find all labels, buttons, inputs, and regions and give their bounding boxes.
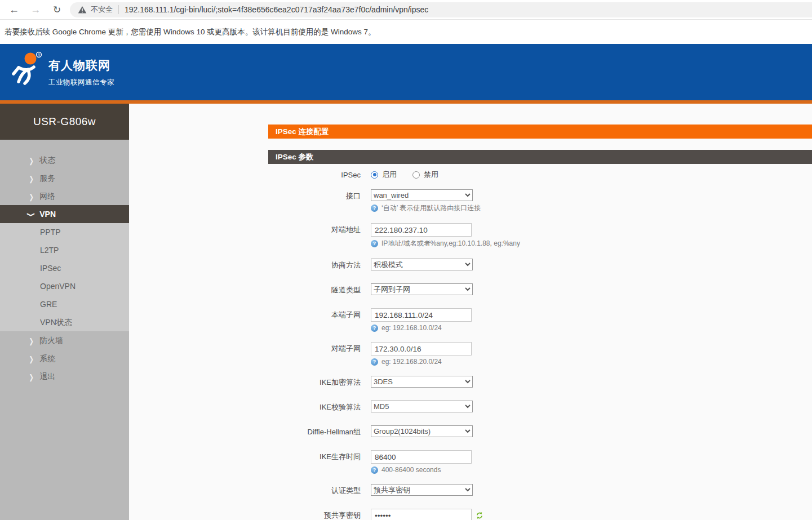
browser-notification-bar: 若要接收后续 Google Chrome 更新，您需使用 Windows 10 … — [0, 20, 812, 44]
sidebar-item-system[interactable]: ❯系统 — [0, 349, 129, 367]
sidebar-item-ipsec[interactable]: IPSec — [0, 259, 129, 277]
ipsec-enable-radio-group: 启用 禁用 — [371, 168, 454, 181]
hint-text: ‘自动’ 表示使用默认路由接口连接 — [381, 203, 481, 213]
url-text[interactable]: 192.168.111.1/cgi-bin/luci/;stok=4f38e65… — [125, 5, 428, 14]
field-label-tunnel-type: 隧道类型 — [129, 283, 361, 296]
forward-icon[interactable]: → — [29, 4, 42, 16]
sidebar-item-status[interactable]: ❯状态 — [0, 151, 129, 169]
back-icon[interactable]: ← — [8, 4, 20, 16]
sidebar-item-label: 退出 — [39, 372, 55, 381]
sidebar-item-label: 系统 — [39, 354, 55, 363]
svg-text:R: R — [38, 53, 41, 57]
security-label[interactable]: 不安全 — [91, 5, 113, 15]
refresh-icon[interactable] — [476, 512, 483, 519]
local-subnet-hint: ? eg: 192.168.10.0/24 — [371, 324, 472, 332]
negotiation-select[interactable]: 积极模式 — [371, 259, 473, 270]
help-icon: ? — [371, 325, 378, 332]
sidebar-nav: ❯状态 ❯服务 ❯网络 ❯VPN PPTP L2TP IPSec OpenVPN… — [0, 140, 129, 385]
field-label-ike-lifetime: IKE生存时间 — [129, 450, 361, 463]
sidebar-item-logout[interactable]: ❯退出 — [0, 367, 129, 385]
sidebar-item-label: 服务 — [39, 174, 55, 183]
device-name: USR-G806w — [0, 104, 129, 140]
peer-subnet-input[interactable] — [371, 342, 472, 355]
sidebar-item-vpn[interactable]: ❯VPN — [0, 205, 129, 223]
disable-radio-label[interactable]: 禁用 — [424, 170, 438, 180]
help-icon: ? — [371, 240, 378, 247]
field-label-peer-address: 对端地址 — [129, 223, 361, 236]
sidebar-item-label: 状态 — [39, 155, 55, 165]
brand-slogan: 工业物联网通信专家 — [48, 78, 812, 87]
address-separator — [118, 5, 119, 14]
field-label-ike-hash: IKE校验算法 — [129, 401, 361, 414]
sidebar-item-vpn-status[interactable]: VPN状态 — [0, 313, 129, 331]
browser-toolbar: ← → ↻ 不安全 192.168.111.1/cgi-bin/luci/;st… — [0, 0, 812, 20]
hint-text: eg: 192.168.10.0/24 — [381, 324, 442, 332]
preshared-key-input[interactable] — [371, 509, 472, 520]
field-label-ipsec: IPSec — [129, 168, 361, 181]
field-label-ike-encryption: IKE加密算法 — [129, 376, 361, 389]
auth-type-select[interactable]: 预共享密钥 — [371, 484, 473, 496]
site-header: R 有人物联网 工业物联网通信专家 — [0, 44, 812, 100]
sidebar-item-pptp[interactable]: PPTP — [0, 223, 129, 241]
enable-radio[interactable] — [371, 171, 378, 179]
local-subnet-input[interactable] — [371, 308, 472, 322]
sidebar-item-l2tp[interactable]: L2TP — [0, 241, 129, 259]
sidebar-item-gre[interactable]: GRE — [0, 295, 129, 313]
chevron-right-icon: ❯ — [29, 186, 33, 207]
help-icon: ? — [371, 358, 378, 366]
brand-block: 有人物联网 工业物联网通信专家 — [48, 44, 812, 87]
peer-address-hint: ? IP地址/域名或者%any,eg:10.10.1.88, eg:%any — [371, 239, 520, 248]
field-label-negotiation: 协商方法 — [129, 259, 361, 272]
dh-group-select[interactable]: Group2(1024bits) — [371, 425, 473, 437]
enable-radio-label[interactable]: 启用 — [382, 170, 397, 180]
chevron-right-icon: ❯ — [29, 366, 33, 388]
sidebar-item-openvpn[interactable]: OpenVPN — [0, 277, 129, 295]
peer-subnet-hint: ? eg: 192.168.20.0/24 — [371, 358, 472, 366]
reload-icon[interactable]: ↻ — [51, 4, 63, 16]
warning-triangle-icon[interactable] — [78, 6, 87, 14]
main-content: IPSec 连接配置 IPSec 参数 IPSec 启用 禁用 — [129, 104, 812, 520]
sidebar: USR-G806w ❯状态 ❯服务 ❯网络 ❯VPN PPTP L2TP IPS… — [0, 104, 129, 520]
field-label-local-subnet: 本端子网 — [129, 308, 361, 321]
ike-lifetime-input[interactable] — [371, 450, 472, 464]
field-label-peer-subnet: 对端子网 — [129, 342, 361, 355]
ike-hash-select[interactable]: MD5 — [371, 401, 473, 412]
sidebar-item-services[interactable]: ❯服务 — [0, 169, 129, 187]
sidebar-item-firewall[interactable]: ❯防火墙 — [0, 331, 129, 349]
field-label-auth-type: 认证类型 — [129, 484, 361, 497]
screen: ← → ↻ 不安全 192.168.111.1/cgi-bin/luci/;st… — [0, 0, 812, 520]
ike-encryption-select[interactable]: 3DES — [371, 376, 473, 388]
field-label-preshared-key: 预共享密钥 — [129, 509, 361, 520]
sidebar-item-network[interactable]: ❯网络 — [0, 187, 129, 205]
field-label-dh-group: Diffie-Hellman组 — [129, 425, 361, 438]
hint-text: eg: 192.168.20.0/24 — [381, 358, 442, 366]
address-bar[interactable]: 不安全 192.168.111.1/cgi-bin/luci/;stok=4f3… — [70, 2, 812, 17]
ike-lifetime-hint: ? 400-86400 seconds — [371, 466, 472, 474]
help-icon: ? — [371, 466, 378, 474]
interface-select[interactable]: wan_wired — [371, 189, 473, 201]
sidebar-item-label: 网络 — [39, 192, 55, 201]
hint-text: IP地址/域名或者%any,eg:10.10.1.88, eg:%any — [381, 239, 520, 248]
vpn-submenu: PPTP L2TP IPSec OpenVPN GRE VPN状态 — [0, 223, 129, 331]
field-label-interface: 接口 — [129, 189, 361, 202]
notification-text: 若要接收后续 Google Chrome 更新，您需使用 Windows 10 … — [5, 27, 376, 37]
interface-hint: ? ‘自动’ 表示使用默认路由接口连接 — [371, 203, 481, 213]
sidebar-item-label: 防火墙 — [39, 336, 63, 345]
peer-address-input[interactable] — [371, 223, 472, 237]
ipsec-form: IPSec 启用 禁用 接口 wan — [129, 164, 812, 520]
chevron-down-icon: ❯ — [20, 212, 42, 217]
tunnel-type-select[interactable]: 子网到子网 — [371, 283, 473, 295]
hint-text: 400-86400 seconds — [381, 466, 441, 474]
section-title: IPSec 参数 — [268, 150, 812, 164]
usr-iot-logo-icon: R — [9, 50, 45, 90]
page-title: IPSec 连接配置 — [268, 125, 812, 139]
help-icon: ? — [371, 205, 378, 212]
brand-name: 有人物联网 — [48, 57, 812, 73]
disable-radio[interactable] — [412, 171, 420, 179]
